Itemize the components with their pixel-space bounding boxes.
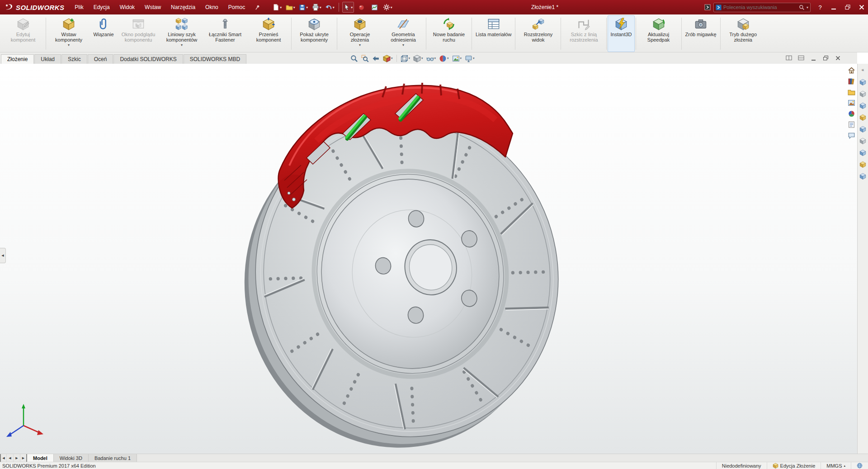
close-window-button[interactable] bbox=[855, 2, 868, 13]
dropdown-arrow-icon[interactable]: ▾ bbox=[359, 43, 361, 47]
hide-show-items-icon[interactable]: ▾ bbox=[425, 53, 438, 63]
graphics-area[interactable] bbox=[0, 64, 857, 454]
undo-button[interactable]: ▾ bbox=[324, 2, 335, 13]
units-selector[interactable]: MMGS ▴ bbox=[821, 462, 851, 469]
component-preview-window-button[interactable]: Okno podglądu komponentu bbox=[117, 15, 160, 52]
dropdown-arrow-icon[interactable]: ▾ bbox=[391, 5, 392, 9]
task-pane-collapse-icon[interactable]: « bbox=[859, 66, 868, 74]
first-tab-button[interactable]: ◀ bbox=[0, 454, 7, 462]
tab-ocen[interactable]: Oceń bbox=[88, 54, 113, 64]
previous-view-icon[interactable] bbox=[371, 53, 381, 63]
zoom-fit-icon[interactable] bbox=[349, 53, 359, 63]
task-pane-side-icon[interactable] bbox=[859, 78, 868, 86]
menu-file[interactable]: Plik bbox=[70, 0, 88, 14]
select-tool-button[interactable]: ▾ bbox=[342, 2, 354, 13]
open-document-button[interactable]: ▾ bbox=[284, 2, 296, 13]
expand-panel-icon[interactable] bbox=[702, 2, 713, 13]
menu-insert[interactable]: Wstaw bbox=[140, 0, 166, 14]
take-snapshot-button[interactable]: Zrób migawkę bbox=[683, 15, 719, 52]
insert-components-button[interactable]: Wstaw komponenty ▾ bbox=[47, 15, 90, 52]
dropdown-arrow-icon[interactable]: ▾ bbox=[402, 43, 404, 47]
task-pane-side-icon[interactable] bbox=[859, 113, 868, 121]
explode-line-sketch-button[interactable]: Szkic z linią rozstrzelenia bbox=[562, 15, 605, 52]
dropdown-arrow-icon[interactable]: ▾ bbox=[320, 5, 321, 9]
tab-model[interactable]: Model bbox=[27, 454, 54, 462]
assembly-features-button[interactable]: Operacje złożenia ▾ bbox=[338, 15, 382, 52]
search-dropdown-icon[interactable]: ▾ bbox=[807, 5, 808, 9]
solidworks-resources-icon[interactable] bbox=[847, 66, 856, 75]
appearance-sphere-icon[interactable] bbox=[355, 2, 367, 13]
menu-pin-icon[interactable] bbox=[255, 5, 260, 10]
edit-component-button[interactable]: Edytuj komponent bbox=[1, 15, 45, 52]
update-speedpak-button[interactable]: Aktualizuj Speedpak bbox=[637, 15, 680, 52]
print-button[interactable]: ▾ bbox=[311, 2, 322, 13]
search-box[interactable]: ▾ bbox=[713, 3, 811, 12]
view-settings-icon[interactable]: ▾ bbox=[463, 53, 476, 63]
web-help-button[interactable] bbox=[851, 462, 868, 469]
dropdown-arrow-icon[interactable]: ▾ bbox=[280, 5, 282, 9]
menu-edit[interactable]: Edycja bbox=[89, 0, 115, 14]
dropdown-arrow-icon[interactable]: ▾ bbox=[351, 5, 353, 9]
show-hidden-components-button[interactable]: Pokaż ukryte komponenty bbox=[292, 15, 336, 52]
feature-manager-collapse-tab[interactable]: ◀ bbox=[0, 248, 6, 263]
close-document-icon[interactable] bbox=[834, 54, 842, 62]
view-palette-icon[interactable] bbox=[847, 99, 856, 107]
file-explorer-icon[interactable] bbox=[847, 88, 856, 96]
menu-tools[interactable]: Narzędzia bbox=[166, 0, 200, 14]
dropdown-arrow-icon[interactable]: ▾ bbox=[68, 43, 70, 47]
options-gear-button[interactable]: ▾ bbox=[382, 2, 393, 13]
tab-zlozenie[interactable]: Złożenie bbox=[1, 54, 34, 64]
task-pane-side-icon[interactable] bbox=[859, 137, 868, 145]
appearances-icon[interactable] bbox=[847, 109, 856, 118]
model-scene[interactable] bbox=[0, 64, 857, 454]
minimize-document-icon[interactable] bbox=[809, 54, 817, 62]
last-tab-button[interactable]: ▶ bbox=[20, 454, 27, 462]
restore-document-icon[interactable] bbox=[821, 54, 830, 62]
design-library-icon[interactable] bbox=[847, 77, 856, 85]
task-pane-side-icon[interactable] bbox=[859, 148, 868, 156]
task-pane-side-icon[interactable] bbox=[859, 125, 868, 133]
exploded-view-button[interactable]: Rozstrzelony widok bbox=[516, 15, 560, 52]
section-view-icon[interactable]: ▾ bbox=[382, 53, 394, 63]
zoom-area-icon[interactable] bbox=[360, 53, 370, 63]
minimize-window-button[interactable] bbox=[827, 2, 840, 13]
smart-fasteners-button[interactable]: Łączniki Smart Fastener bbox=[203, 15, 247, 52]
dropdown-arrow-icon[interactable]: ▾ bbox=[447, 57, 449, 60]
viewport-split-icon[interactable] bbox=[785, 54, 793, 62]
dropdown-arrow-icon[interactable]: ▾ bbox=[306, 5, 308, 9]
menu-window[interactable]: Okno bbox=[200, 0, 223, 14]
viewport-pane-icon[interactable] bbox=[797, 54, 805, 62]
move-component-button[interactable]: Przenieś komponent bbox=[247, 15, 290, 52]
save-button[interactable]: ▾ bbox=[297, 2, 309, 13]
task-pane-side-icon[interactable] bbox=[859, 160, 868, 168]
bill-of-materials-button[interactable]: Lista materiałów bbox=[473, 15, 514, 52]
linear-component-pattern-button[interactable]: Liniowy szyk komponentów ▾ bbox=[160, 15, 203, 52]
search-input[interactable] bbox=[723, 5, 797, 10]
new-motion-study-button[interactable]: Nowe badanie ruchu bbox=[427, 15, 471, 52]
display-style-icon[interactable]: ▾ bbox=[412, 53, 425, 63]
mass-properties-icon[interactable] bbox=[368, 2, 380, 13]
tab-uklad[interactable]: Układ bbox=[34, 54, 61, 64]
brake-disc-model[interactable] bbox=[218, 90, 584, 454]
task-pane-side-icon[interactable] bbox=[859, 101, 868, 109]
tab-solidworks-mbd[interactable]: SOLIDWORKS MBD bbox=[184, 54, 246, 64]
large-assembly-mode-button[interactable]: Tryb dużego złożenia bbox=[722, 15, 765, 52]
dropdown-arrow-icon[interactable]: ▾ bbox=[434, 57, 436, 60]
mate-button[interactable]: Wiązanie bbox=[90, 15, 117, 52]
apply-scene-icon[interactable]: ▾ bbox=[451, 53, 463, 63]
tab-dodatki-solidworks[interactable]: Dodatki SOLIDWORKS bbox=[113, 54, 183, 64]
next-tab-button[interactable]: ▶ bbox=[14, 454, 20, 462]
edit-appearance-icon[interactable]: ▾ bbox=[438, 53, 450, 63]
tab-szkic[interactable]: Szkic bbox=[61, 54, 87, 64]
dropdown-arrow-icon[interactable]: ▾ bbox=[391, 57, 393, 60]
task-pane-side-icon[interactable] bbox=[859, 90, 868, 98]
instant3d-button[interactable]: Instant3D bbox=[608, 15, 634, 52]
tab-badanie-ruchu-1[interactable]: Badanie ruchu 1 bbox=[89, 454, 137, 462]
previous-tab-button[interactable]: ◀ bbox=[7, 454, 14, 462]
dropdown-arrow-icon[interactable]: ▾ bbox=[421, 57, 423, 60]
custom-properties-icon[interactable] bbox=[847, 120, 856, 129]
restore-window-button[interactable] bbox=[841, 2, 854, 13]
dropdown-arrow-icon[interactable]: ▾ bbox=[333, 5, 335, 9]
menu-help[interactable]: Pomoc bbox=[223, 0, 250, 14]
dropdown-arrow-icon[interactable]: ▾ bbox=[409, 57, 410, 60]
